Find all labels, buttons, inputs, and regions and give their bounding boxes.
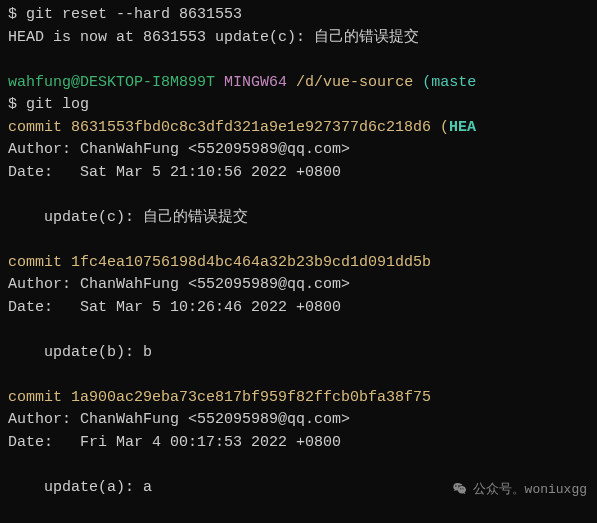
commit-line: commit 1a900ac29eba73ce817bf959f82ffcb0b… xyxy=(8,387,589,410)
branch-paren-open: ( xyxy=(422,74,431,91)
shell-prompt-line: wahfung@DESKTOP-I8M899T MINGW64 /d/vue-s… xyxy=(8,72,589,95)
watermark: 公众号。woniuxgg xyxy=(451,480,587,500)
prompt-host: DESKTOP-I8M899T xyxy=(80,74,215,91)
blank-line xyxy=(8,184,589,207)
commit-line: commit 1fc4ea10756198d4bc464a32b23b9cd1d… xyxy=(8,252,589,275)
commit-author: Author: ChanWahFung <552095989@qq.com> xyxy=(8,274,589,297)
reset-output: HEAD is now at 8631553 update(c): 自己的错误提… xyxy=(8,27,589,50)
prompt-user: wahfung xyxy=(8,74,71,91)
commit-date: Date: Sat Mar 5 21:10:56 2022 +0800 xyxy=(8,162,589,185)
log-command-line: $ git log xyxy=(8,94,589,117)
commit-line: commit 8631553fbd0c8c3dfd321a9e1e927377d… xyxy=(8,117,589,140)
prompt-space xyxy=(287,74,296,91)
prompt-path: /d/vue-source xyxy=(296,74,413,91)
commit-author: Author: ChanWahFung <552095989@qq.com> xyxy=(8,139,589,162)
blank-line xyxy=(8,49,589,72)
prompt-branch: maste xyxy=(431,74,476,91)
commit-date: Date: Fri Mar 4 00:17:53 2022 +0800 xyxy=(8,432,589,455)
blank-line xyxy=(8,229,589,252)
commit-hash: 1a900ac29eba73ce817bf959f82ffcb0bfa38f75 xyxy=(71,389,431,406)
prompt-space xyxy=(215,74,224,91)
blank-line xyxy=(8,454,589,477)
ref-paren-open: ( xyxy=(431,119,449,136)
prompt-symbol: $ xyxy=(8,6,26,23)
prompt-space xyxy=(413,74,422,91)
prompt-mingw: MINGW64 xyxy=(224,74,287,91)
head-ref: HEA xyxy=(449,119,476,136)
blank-line xyxy=(8,319,589,342)
commit-hash: 1fc4ea10756198d4bc464a32b23b9cd1d091dd5b xyxy=(71,254,431,271)
commit-hash: 8631553fbd0c8c3dfd321a9e1e927377d6c218d6 xyxy=(71,119,431,136)
commit-label: commit xyxy=(8,254,71,271)
commit-date: Date: Sat Mar 5 10:26:46 2022 +0800 xyxy=(8,297,589,320)
prompt-at: @ xyxy=(71,74,80,91)
watermark-text: 公众号。woniuxgg xyxy=(473,480,587,500)
blank-line xyxy=(8,364,589,387)
reset-command: git reset --hard 8631553 xyxy=(26,6,242,23)
prompt-symbol: $ xyxy=(8,96,26,113)
log-command: git log xyxy=(26,96,89,113)
wechat-icon xyxy=(451,480,469,498)
commit-message: update(b): b xyxy=(8,342,589,365)
commit-label: commit xyxy=(8,389,71,406)
reset-command-line: $ git reset --hard 8631553 xyxy=(8,4,589,27)
commit-message: update(c): 自己的错误提交 xyxy=(8,207,589,230)
commit-author: Author: ChanWahFung <552095989@qq.com> xyxy=(8,409,589,432)
commit-label: commit xyxy=(8,119,71,136)
